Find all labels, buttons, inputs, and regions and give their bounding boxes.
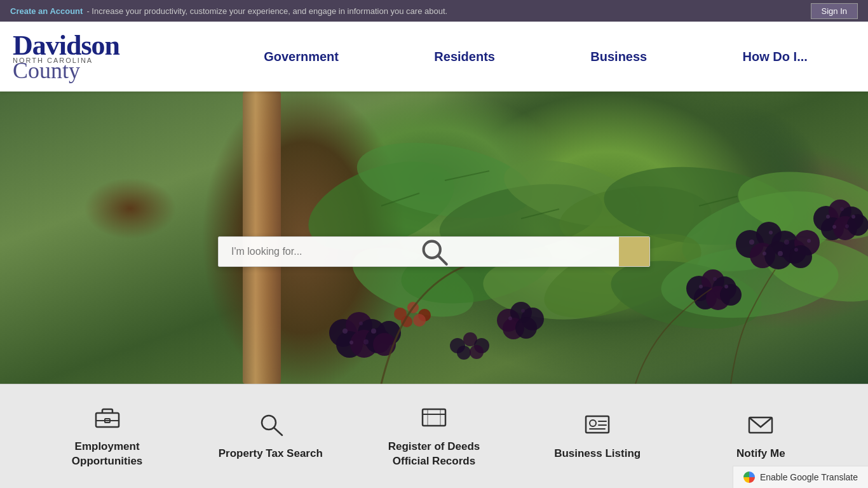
svg-point-31 bbox=[778, 251, 783, 256]
svg-point-51 bbox=[699, 285, 703, 288]
svg-rect-91 bbox=[423, 409, 445, 426]
logo-davidson: Davidson bbox=[13, 32, 119, 60]
top-bar-left: Create an Account - Increase your produc… bbox=[10, 6, 447, 16]
logo-area: Davidson North Carolina County bbox=[13, 32, 216, 82]
svg-point-26 bbox=[789, 245, 812, 268]
svg-point-59 bbox=[508, 316, 512, 320]
quicklink-register-deeds-label: Register of DeedsOfficial Records bbox=[388, 440, 480, 468]
sign-in-button[interactable]: Sign In bbox=[811, 3, 858, 19]
quicklink-notify-me[interactable]: Notify Me bbox=[697, 411, 824, 461]
nav-government[interactable]: Government bbox=[254, 44, 349, 69]
svg-point-78 bbox=[413, 314, 426, 327]
nav-residents[interactable]: Residents bbox=[424, 44, 505, 69]
svg-point-39 bbox=[847, 214, 868, 236]
svg-point-33 bbox=[807, 239, 811, 243]
quicklink-business-listing[interactable]: Business Listing bbox=[534, 411, 661, 461]
svg-point-58 bbox=[515, 317, 537, 339]
svg-point-52 bbox=[713, 277, 717, 281]
svg-point-50 bbox=[720, 284, 742, 306]
svg-point-70 bbox=[359, 322, 363, 325]
header: Davidson North Carolina County Governmen… bbox=[0, 22, 868, 92]
logo-county: County bbox=[13, 59, 119, 82]
top-bar-tagline: - Increase your productivity, customize … bbox=[86, 6, 447, 16]
quicklink-property-tax-label: Property Tax Search bbox=[219, 447, 323, 461]
svg-point-28 bbox=[769, 231, 773, 234]
svg-point-32 bbox=[794, 248, 798, 252]
quicklink-employment-label: EmploymentOpportunities bbox=[72, 440, 142, 468]
search-container bbox=[218, 236, 650, 267]
svg-point-44 bbox=[845, 224, 849, 228]
svg-point-42 bbox=[851, 215, 855, 219]
svg-point-43 bbox=[832, 225, 836, 229]
svg-point-69 bbox=[342, 329, 348, 334]
google-translate-label: Enable Google Translate bbox=[760, 472, 858, 482]
hero-section bbox=[0, 92, 868, 384]
quicklink-property-tax[interactable]: Property Tax Search bbox=[207, 411, 334, 461]
svg-point-73 bbox=[363, 339, 369, 344]
svg-point-29 bbox=[784, 240, 789, 245]
quicklink-notify-me-label: Notify Me bbox=[736, 447, 785, 461]
search-button[interactable] bbox=[619, 237, 649, 266]
svg-point-41 bbox=[840, 207, 844, 211]
svg-point-83 bbox=[470, 345, 484, 359]
nav-how-do-i[interactable]: How Do I... bbox=[733, 44, 818, 69]
google-icon bbox=[743, 471, 755, 483]
nav-business[interactable]: Business bbox=[580, 44, 657, 69]
top-bar: Create an Account - Increase your produc… bbox=[0, 0, 868, 22]
quicklink-business-listing-label: Business Listing bbox=[554, 447, 641, 461]
briefcase-icon bbox=[93, 404, 121, 433]
svg-point-82 bbox=[457, 346, 471, 360]
svg-point-53 bbox=[724, 285, 728, 288]
quicklink-employment[interactable]: EmploymentOpportunities bbox=[44, 404, 171, 468]
svg-rect-96 bbox=[590, 420, 596, 426]
logo: Davidson North Carolina County bbox=[13, 32, 119, 82]
main-nav: Government Residents Business How Do I..… bbox=[216, 44, 855, 69]
create-account-link[interactable]: Create an Account bbox=[10, 6, 83, 16]
svg-line-85 bbox=[438, 256, 446, 264]
svg-point-71 bbox=[371, 329, 376, 334]
property-tax-icon bbox=[257, 411, 285, 440]
svg-point-84 bbox=[424, 241, 440, 258]
register-deeds-icon bbox=[420, 404, 448, 433]
business-listing-icon bbox=[583, 411, 611, 440]
svg-point-27 bbox=[749, 240, 754, 245]
svg-line-90 bbox=[274, 428, 282, 436]
notify-me-icon bbox=[747, 411, 775, 440]
svg-point-40 bbox=[826, 215, 830, 219]
svg-point-68 bbox=[373, 333, 396, 356]
svg-point-60 bbox=[521, 309, 525, 313]
google-translate-bar[interactable]: Enable Google Translate bbox=[733, 466, 868, 488]
quicklink-register-deeds[interactable]: Register of DeedsOfficial Records bbox=[370, 404, 498, 468]
svg-point-30 bbox=[763, 252, 766, 255]
svg-point-72 bbox=[349, 341, 353, 344]
search-icon bbox=[219, 237, 649, 266]
